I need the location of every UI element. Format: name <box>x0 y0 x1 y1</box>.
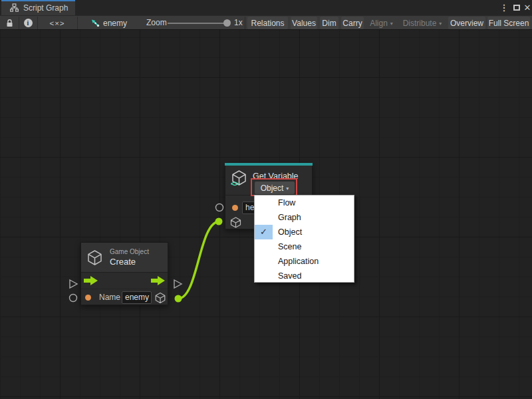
info-icon[interactable]: i <box>19 16 37 30</box>
variable-brackets-icon: <> <box>231 180 238 188</box>
name-port-label: Name <box>99 293 120 302</box>
graph-name: enemy <box>103 19 127 28</box>
flow-out-arrow-icon <box>151 276 166 285</box>
menu-item-saved[interactable]: Saved <box>255 269 354 283</box>
wire-output-port[interactable] <box>175 295 182 303</box>
script-graph-window: Script Graph ⋮ ✕ i <×> enemy <box>0 0 532 399</box>
menu-item-graph[interactable]: Graph <box>255 210 354 225</box>
values-button[interactable]: Values <box>291 17 317 29</box>
graph-toolbar: i <×> enemy Zoom 1x Relations Values Dim… <box>0 15 532 30</box>
chevron-down-icon: ▾ <box>390 21 393 27</box>
dim-button[interactable]: Dim <box>320 17 338 29</box>
chevron-down-icon: ▾ <box>439 21 442 27</box>
create-node[interactable]: Game Object Create Name enemy <box>80 242 168 305</box>
zoom-slider-handle[interactable] <box>223 19 231 27</box>
wire-input-port[interactable] <box>215 218 223 225</box>
value-port-dot[interactable] <box>232 205 238 211</box>
value-input-port[interactable] <box>70 295 77 302</box>
scope-dropdown-menu: Flow Graph ✓ Object Scene Application Sa… <box>254 195 354 283</box>
flow-input-port[interactable] <box>70 280 77 288</box>
create-name-row: Name enemy <box>81 290 168 305</box>
distribute-button[interactable]: Distribute ▾ <box>399 17 446 29</box>
chevron-down-icon: ▾ <box>286 186 289 192</box>
object-port-cube-icon[interactable] <box>229 216 242 229</box>
create-node-title: Create <box>110 257 149 267</box>
full-screen-button[interactable]: Full Screen <box>487 17 530 29</box>
carry-button[interactable]: Carry <box>341 17 364 29</box>
tab-script-graph[interactable]: Script Graph <box>1 0 75 15</box>
connection-wire[interactable] <box>178 221 219 299</box>
tab-label: Script Graph <box>23 3 68 13</box>
title-bar: Script Graph ⋮ ✕ <box>0 0 532 15</box>
close-icon[interactable]: ✕ <box>523 0 532 15</box>
zoom-label: Zoom <box>146 16 167 30</box>
name-input-port[interactable] <box>216 204 223 211</box>
variable-accent-strip <box>225 163 313 166</box>
window-menu-icon[interactable]: ⋮ <box>499 0 509 15</box>
menu-item-flow[interactable]: Flow <box>255 196 354 210</box>
hierarchy-icon <box>10 3 19 12</box>
create-name-input[interactable]: enemy <box>122 291 152 304</box>
menu-item-application[interactable]: Application <box>255 254 354 269</box>
overview-button[interactable]: Overview <box>448 17 485 29</box>
cube-icon <box>86 249 104 267</box>
zoom-slider-track[interactable] <box>168 23 227 24</box>
relations-button[interactable]: Relations <box>247 17 288 29</box>
code-view-icon[interactable]: <×> <box>38 16 76 30</box>
graph-canvas[interactable]: Game Object Create Name enemy <box>0 30 532 399</box>
tab-active-indicator <box>1 0 75 1</box>
create-flow-row <box>81 273 168 289</box>
menu-item-scene[interactable]: Scene <box>255 239 354 254</box>
menu-item-object[interactable]: ✓ Object <box>255 225 354 239</box>
flow-output-port[interactable] <box>174 280 182 288</box>
flow-in-arrow-icon <box>84 276 98 285</box>
create-node-category: Game Object <box>110 248 149 255</box>
lock-icon[interactable] <box>1 16 17 30</box>
get-variable-title: Get Variable <box>253 172 299 181</box>
variable-scope-dropdown[interactable]: Object ▾ <box>255 182 295 194</box>
maximize-icon[interactable] <box>511 0 523 15</box>
value-port-dot[interactable] <box>85 295 91 301</box>
graph-breadcrumb[interactable]: enemy <box>90 16 127 30</box>
create-node-header[interactable]: Game Object Create <box>81 243 168 273</box>
checkmark-icon: ✓ <box>255 225 273 239</box>
graph-icon <box>90 19 100 28</box>
align-button[interactable]: Align ▾ <box>366 17 396 29</box>
zoom-value: 1x <box>234 16 243 30</box>
